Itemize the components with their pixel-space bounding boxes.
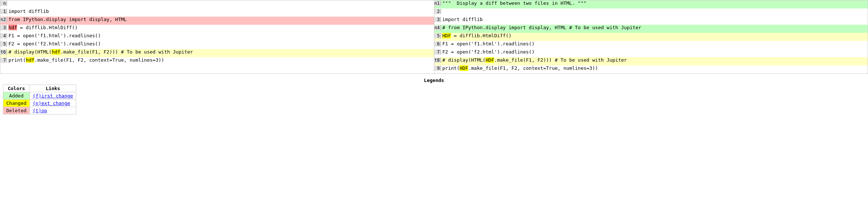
legends-section: Legends Colors Links Added (f)irst chang…	[0, 76, 868, 116]
line-num-9-right: 9	[434, 66, 441, 71]
legend-row-deleted: Deleted (t)op	[3, 107, 76, 114]
line-num-5-left: 5	[0, 41, 7, 47]
legend-color-added: Added	[3, 92, 30, 100]
legend-row-added: Added (f)irst change	[3, 92, 76, 100]
line-4-left: 4 F1 = open('f1.html').readlines()	[0, 33, 434, 41]
left-pane: n 1 import difflib n2 from IPython.displ…	[0, 0, 434, 73]
line-num-n-left[interactable]: n	[0, 1, 7, 6]
line-7-right: 7 F2 = open('f2.html').readlines()	[434, 49, 868, 57]
legend-color-changed: Changed	[3, 100, 30, 107]
line-num-n1-right[interactable]: n1	[434, 1, 441, 6]
line-t6-left: t6 # display(HTML(hdf.make_file(F1, F2))…	[0, 49, 434, 57]
line-num-t6-left[interactable]: t6	[0, 49, 7, 55]
line-content-7-left: print(hdf.make_file(F1, F2, context=True…	[7, 57, 434, 63]
line-content-3-right: import difflib	[441, 17, 868, 22]
line-content-9-right: print(HDF.make_file(F1, F2, context=True…	[441, 65, 868, 71]
line-n2-left: n2 from IPython.display import display, …	[0, 17, 434, 25]
line-7-left: 7 print(hdf.make_file(F1, F2, context=Tr…	[0, 57, 434, 65]
line-num-7-right: 7	[434, 49, 441, 55]
line-content-n4-right: # from IPython.display import display, H…	[441, 25, 868, 30]
line-num-n4-right[interactable]: n4	[434, 25, 441, 30]
line-content-header-left	[7, 0, 434, 6]
legends-col1-header: Colors	[3, 85, 30, 92]
line-t8-right: t8 # display(HTML(HDF.make_file(F1, F2))…	[434, 57, 868, 65]
legend-row-changed: Changed (n)ext change	[3, 100, 76, 107]
legend-link-top[interactable]: (t)op	[29, 107, 76, 114]
line-num-1-left: 1	[0, 9, 7, 14]
line-content-n1-right: """ Display a diff between two files in …	[441, 0, 868, 6]
line-content-t8-right: # display(HTML(HDF.make_file(F1, F2))) #…	[441, 57, 868, 63]
legends-header-row: Colors Links	[3, 85, 76, 92]
line-n1-right: n1 """ Display a diff between two files …	[434, 0, 868, 8]
line-3-right: 3 import difflib	[434, 17, 868, 25]
line-header-left: n	[0, 0, 434, 8]
line-1-left: 1 import difflib	[0, 8, 434, 17]
line-num-n2-left[interactable]: n2	[0, 17, 7, 22]
line-2-right: 2	[434, 8, 868, 17]
legend-link-first[interactable]: (f)irst change	[29, 92, 76, 100]
line-5-right: 5 HDF = difflib.HtmlDiff()	[434, 33, 868, 41]
diff-container: n 1 import difflib n2 from IPython.displ…	[0, 0, 868, 74]
line-num-5-right[interactable]: 5	[434, 33, 441, 38]
line-3-left: 3 hdf = difflib.HtmlDiff()	[0, 25, 434, 33]
line-content-7-right: F2 = open('f2.html').readlines()	[441, 49, 868, 55]
line-content-5-left: F2 = open('f2.html').readlines()	[7, 41, 434, 47]
legends-col2-header: Links	[29, 85, 76, 92]
line-content-4-left: F1 = open('f1.html').readlines()	[7, 33, 434, 38]
line-num-3-left: 3	[0, 25, 7, 30]
line-content-1-left: import difflib	[7, 8, 434, 14]
legends-title: Legends	[3, 78, 865, 83]
line-num-7-left: 7	[0, 58, 7, 63]
legend-color-deleted: Deleted	[3, 107, 30, 114]
line-num-t8-right[interactable]: t8	[434, 58, 441, 63]
line-content-5-right: HDF = difflib.HtmlDiff()	[441, 33, 868, 38]
legends-table: Colors Links Added (f)irst change Change…	[3, 85, 76, 114]
line-content-3-left: hdf = difflib.HtmlDiff()	[7, 25, 434, 30]
legend-link-next[interactable]: (n)ext change	[29, 100, 76, 107]
line-num-6-right: 6	[434, 41, 441, 47]
line-content-2-right	[441, 8, 868, 14]
line-content-t6-left: # display(HTML(hdf.make_file(F1, F2))) #…	[7, 49, 434, 55]
right-pane: n1 """ Display a diff between two files …	[434, 0, 868, 73]
line-6-right: 6 F1 = open('f1.html').readlines()	[434, 41, 868, 49]
line-content-6-right: F1 = open('f1.html').readlines()	[441, 41, 868, 47]
line-num-2-right: 2	[434, 9, 441, 14]
line-content-n2-left: from IPython.display import display, HTM…	[7, 17, 434, 22]
line-5-left: 5 F2 = open('f2.html').readlines()	[0, 41, 434, 49]
line-9-right: 9 print(HDF.make_file(F1, F2, context=Tr…	[434, 65, 868, 73]
line-n4-right: n4 # from IPython.display import display…	[434, 25, 868, 33]
line-num-3-right: 3	[434, 17, 441, 22]
line-num-4-left: 4	[0, 33, 7, 38]
